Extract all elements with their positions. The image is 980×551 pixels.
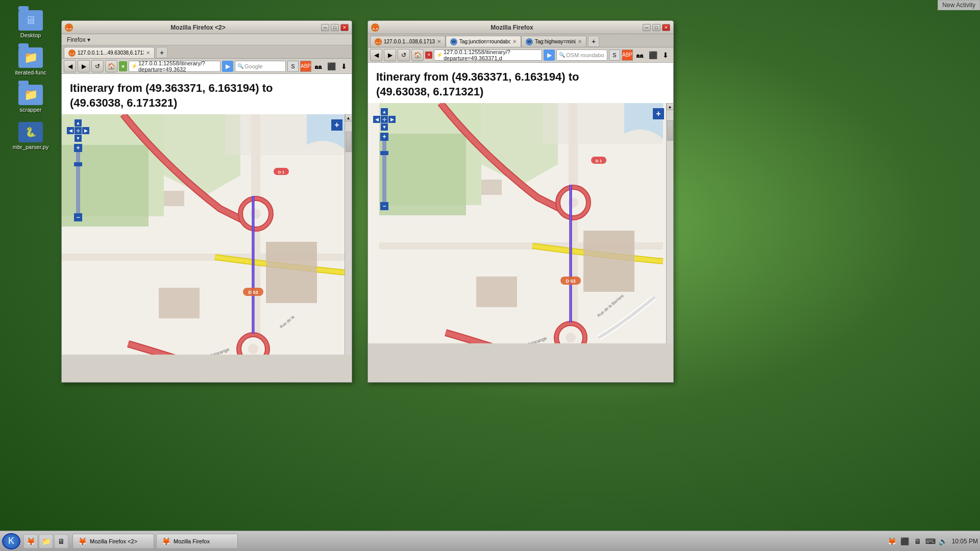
firefox-window-1: 🦊 Mozilla Firefox <2> ─ □ ✕ Firefox ▾ 🦊 … [61, 20, 352, 383]
tab-2-close-1[interactable]: ✕ [437, 39, 441, 44]
home-btn-2[interactable]: 🏠 [411, 49, 424, 61]
zoom-bar-1: + − [67, 144, 89, 221]
start-icon: K [8, 536, 14, 546]
reload-btn-1[interactable]: ↺ [91, 60, 104, 72]
tab-2-close-3[interactable]: ✕ [578, 39, 582, 44]
zoom-bar-2: + − [373, 133, 396, 210]
toolbar-icon-abp-1[interactable]: ABP [300, 61, 311, 72]
reload-btn-2[interactable]: ↺ [398, 49, 410, 61]
titlebar-1: 🦊 Mozilla Firefox <2> ─ □ ✕ [62, 21, 352, 34]
desktop-icon-iterated[interactable]: 📁 iterated-func [10, 47, 51, 76]
bookmark-star-2[interactable]: ✕ [425, 52, 432, 59]
quick-btn-firefox[interactable]: 🦊 [23, 534, 38, 548]
map-container-2: D 53 D 1 Rue de la Barriere Lycée profes… [368, 103, 673, 343]
taskbar-ff-icon: 🦊 [162, 537, 170, 545]
go-btn-1[interactable]: ▶ [222, 61, 233, 72]
back-btn-1[interactable]: ◀ [64, 60, 76, 72]
toolbar-icon-arrow-1[interactable]: ⬇ [338, 61, 350, 72]
tab-2-favicon-3: W [526, 38, 533, 45]
taskbar-win-ff[interactable]: 🦊 Mozilla Firefox [156, 534, 238, 549]
nav-center-2[interactable]: ✛ [381, 116, 388, 123]
back-btn-2[interactable]: ◀ [370, 49, 382, 61]
desktop-icon-desktop[interactable]: 🖥 Desktop [10, 10, 51, 38]
map-plus-1[interactable]: + [331, 119, 342, 131]
page-title-2: Itinerary from (49.363371, 6.163194) to … [368, 63, 673, 103]
tray-firefox[interactable]: 🦊 [887, 536, 898, 547]
nav-center-1[interactable]: ✛ [75, 127, 82, 134]
forward-btn-1[interactable]: ▶ [78, 60, 90, 72]
toolbar-icon-screen-1[interactable]: ⬛ [326, 61, 337, 72]
nav-right-1[interactable]: ▶ [82, 127, 89, 134]
close-btn-1[interactable]: ✕ [340, 24, 349, 31]
desktop-icon-mbr[interactable]: 🐍 mbr_parser.py [10, 122, 51, 150]
nav-left-2[interactable]: ◀ [373, 116, 380, 123]
toolbar-icon-home-2[interactable]: 🏘 [634, 49, 646, 61]
zoom-out-1[interactable]: − [74, 213, 82, 221]
scroll-up-1[interactable]: ▲ [345, 114, 352, 121]
map-plus-2[interactable]: + [653, 108, 664, 119]
tray-volume[interactable]: 🔊 [938, 536, 949, 547]
map-container-1: D 53 D 1 Lycée professionnel La Malgrang… [62, 114, 352, 355]
bookmark-star-1[interactable]: ★ [119, 61, 127, 71]
tab-2-junction[interactable]: W Tag:junction=roundabout -... ✕ [446, 36, 521, 47]
tab-2-close-2[interactable]: ✕ [512, 39, 517, 44]
tab-1-close[interactable]: ✕ [146, 50, 150, 56]
scroll-up-2[interactable]: ▲ [667, 103, 674, 110]
scroll-thumb-2[interactable] [667, 120, 673, 141]
forward-btn-2[interactable]: ▶ [384, 49, 396, 61]
close-btn-2[interactable]: ✕ [662, 24, 670, 31]
address-bar-2[interactable]: ⚡ 127.0.0.1:12558/itinerary/?departure=4… [434, 49, 542, 61]
address-bar-1[interactable]: ⚡ 127.0.0.1:12558/itinerary/?departure=4… [129, 61, 220, 72]
tray-network[interactable]: 🖥 [912, 536, 923, 547]
desktop-icon-scrapper[interactable]: 📁 scrapper [10, 85, 51, 113]
toolbar-icon-s-2[interactable]: S [609, 49, 620, 61]
toolbar-icon-home-1[interactable]: 🏘 [313, 61, 324, 72]
toolbar-icon-arrow-2[interactable]: ⬇ [660, 49, 671, 61]
go-btn-2[interactable]: ▶ [544, 49, 555, 61]
zoom-in-1[interactable]: + [74, 144, 82, 152]
svg-rect-15 [164, 191, 184, 206]
zoom-slider-1[interactable] [74, 162, 82, 166]
minimize-btn-1[interactable]: ─ [321, 24, 329, 31]
title-line2-1: (49.63038, 6.171321) [70, 96, 177, 109]
toolbar-icon-screen-2[interactable]: ⬛ [647, 49, 658, 61]
search-bar-2[interactable]: 🔍 OSM roundabo [556, 49, 607, 61]
quick-btn-folder[interactable]: 📁 [39, 534, 53, 548]
svg-rect-13 [266, 242, 317, 303]
maximize-btn-1[interactable]: □ [331, 24, 339, 31]
new-tab-btn-2[interactable]: + [588, 36, 599, 47]
tab-2-highway[interactable]: W Tag:highway=mini_roundaba... ✕ [521, 36, 586, 47]
tray-keyboard[interactable]: ⌨ [925, 536, 936, 547]
new-tab-btn-1[interactable]: + [156, 47, 167, 58]
nav-right-2[interactable]: ▶ [388, 116, 396, 123]
svg-text:D 1: D 1 [278, 170, 285, 174]
tab-1-itinerary[interactable]: 🦊 127.0.0.1:1...49.63038,6.17132 ✕ [64, 47, 155, 58]
scroll-thumb-1[interactable] [346, 132, 352, 152]
home-btn-1[interactable]: 🏠 [105, 60, 117, 72]
zoom-in-2[interactable]: + [380, 133, 388, 141]
scroll-track-2 [667, 110, 674, 343]
svg-rect-36 [476, 277, 517, 307]
zoom-slider-2[interactable] [380, 151, 388, 155]
taskbar-win-ff2[interactable]: 🦊 Mozilla Firefox <2> [72, 534, 154, 549]
search-bar-1[interactable]: 🔍 Google [235, 61, 286, 72]
quick-btn-terminal[interactable]: 🖥 [54, 534, 68, 548]
nav-down-1[interactable]: ▼ [75, 135, 82, 142]
start-button[interactable]: K [2, 533, 20, 549]
menu-firefox-1[interactable]: Firefox ▾ [65, 35, 92, 44]
search-text-2: OSM roundabo [566, 52, 604, 58]
nav-down-2[interactable]: ▼ [381, 123, 388, 131]
toolbar-icon-abp-2[interactable]: ABP [622, 49, 633, 61]
new-activity-badge[interactable]: New Activity [938, 0, 980, 10]
content-1: Itinerary from (49.363371, 6.163194) to … [62, 74, 352, 355]
minimize-btn-2[interactable]: ─ [643, 24, 651, 31]
tab-2-itinerary[interactable]: 🦊 127.0.0.1...038,6.171321 ✕ [370, 36, 446, 47]
maximize-btn-2[interactable]: □ [652, 24, 660, 31]
nav-up-2[interactable]: ▲ [381, 108, 388, 115]
nav-left-1[interactable]: ◀ [67, 127, 74, 134]
tray-terminal[interactable]: ⬛ [899, 536, 911, 547]
toolbar-icon-s-1[interactable]: S [287, 61, 299, 72]
zoom-out-2[interactable]: − [380, 202, 388, 210]
scroll-track-1 [345, 121, 352, 355]
nav-up-1[interactable]: ▲ [75, 119, 82, 127]
